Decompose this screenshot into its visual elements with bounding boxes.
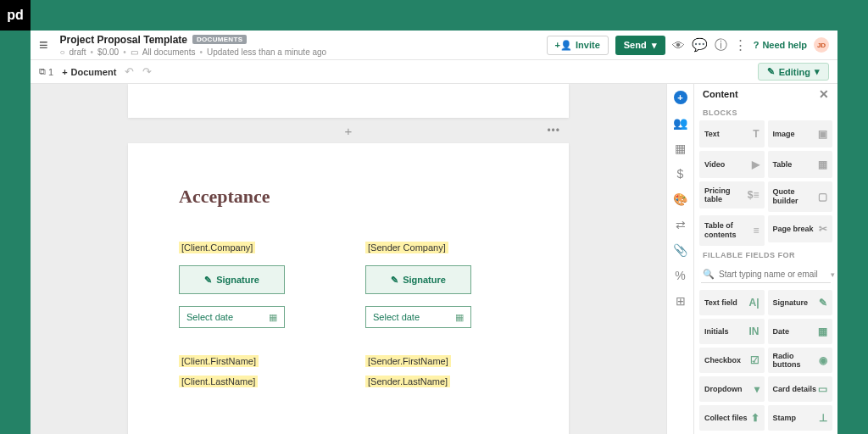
pencil-icon: ✎ (767, 66, 775, 77)
block-pricing-table[interactable]: Pricing table$≡ (699, 181, 765, 209)
comment-icon[interactable]: 💬 (692, 37, 708, 53)
pricing-icon[interactable]: $ (674, 167, 687, 181)
text-icon: T (753, 128, 759, 140)
percent-icon[interactable]: % (674, 269, 687, 282)
pricing-icon: $≡ (748, 189, 760, 201)
copy-icon: ⧉ (39, 66, 46, 77)
eye-icon[interactable]: 👁 (672, 38, 685, 53)
client-date-field[interactable]: Select date▦ (179, 306, 285, 328)
field-signature[interactable]: Signature✎ (768, 290, 833, 315)
need-help-link[interactable]: ?Need help (754, 40, 807, 50)
block-text[interactable]: TextT (699, 120, 765, 147)
meta-row: ○ draft • $0.00 • ▭ All documents • Upda… (60, 47, 540, 57)
previous-page-edge (128, 84, 569, 118)
sender-column: [Sender Company] ✎Signature Select date▦… (365, 242, 518, 387)
menu-icon[interactable]: ≡ (39, 36, 48, 54)
field-text[interactable]: Text fieldA| (699, 290, 765, 315)
main: +••• Acceptance [Client.Company] ✎Signat… (31, 84, 837, 434)
block-video[interactable]: Video▶ (699, 151, 765, 178)
recipient-search[interactable]: 🔍 ▾ (701, 266, 831, 283)
card-icon: ▭ (818, 383, 827, 395)
avatar[interactable]: JD (814, 37, 829, 53)
sender-firstname-token[interactable]: [Sender.FirstName] (365, 355, 451, 367)
caret-down-icon[interactable]: ▾ (831, 270, 835, 279)
quote-icon: ▢ (818, 191, 827, 203)
signature-icon: ✎ (819, 297, 827, 309)
info-icon[interactable]: ⓘ (715, 37, 727, 53)
field-checkbox[interactable]: Checkbox☑ (699, 348, 765, 373)
send-button[interactable]: Send▾ (615, 36, 665, 55)
client-signature-field[interactable]: ✎Signature (179, 265, 285, 294)
radio-icon: ◉ (819, 354, 827, 366)
design-icon[interactable]: 🎨 (674, 192, 687, 206)
more-icon[interactable]: ⋮ (734, 37, 747, 53)
signature-icon: ✎ (204, 275, 212, 286)
sender-lastname-token[interactable]: [Sender.LastName] (365, 376, 450, 387)
price-text: $0.00 (97, 47, 119, 57)
client-lastname-token[interactable]: [Client.LastName] (179, 376, 258, 387)
sender-company-token[interactable]: [Sender Company] (365, 242, 448, 253)
caret-down-icon: ▾ (652, 40, 657, 51)
apps-icon[interactable]: ▦ (674, 142, 687, 155)
blocks-label: BLOCKS (694, 103, 837, 120)
field-collect-files[interactable]: Collect files⬆ (699, 405, 765, 431)
initials-icon: IN (749, 326, 760, 337)
sender-date-field[interactable]: Select date▦ (365, 306, 471, 328)
close-icon[interactable]: ✕ (819, 87, 829, 101)
documents-badge: DOCUMENTS (192, 35, 247, 44)
page-break-icon: ✂ (819, 223, 827, 235)
canvas[interactable]: +••• Acceptance [Client.Company] ✎Signat… (31, 84, 666, 434)
undo-icon[interactable]: ↶ (125, 65, 134, 78)
translate-icon[interactable]: ⇄ (674, 218, 687, 231)
field-stamp[interactable]: Stamp⊥ (768, 405, 833, 431)
workflow-icon[interactable]: ⊞ (674, 294, 687, 308)
invite-button[interactable]: +👤Invite (547, 36, 609, 55)
upload-icon: ⬆ (751, 412, 760, 424)
sidebar-rail: + 👥 ▦ $ 🎨 ⇄ 📎 % ⊞ (666, 84, 693, 434)
block-table[interactable]: Table▦ (768, 151, 833, 178)
header-left: Project Proposal Template DOCUMENTS ○ dr… (60, 34, 540, 57)
search-icon: 🔍 (703, 269, 715, 280)
folder-name[interactable]: All documents (142, 47, 196, 57)
caret-down-icon: ▾ (815, 66, 820, 77)
recipients-icon[interactable]: 👥 (674, 116, 687, 130)
checkbox-icon: ☑ (750, 354, 760, 366)
field-initials[interactable]: InitialsIN (699, 319, 765, 344)
app-window: ≡ Project Proposal Template DOCUMENTS ○ … (31, 31, 837, 434)
content-tab-icon[interactable]: + (674, 91, 687, 104)
editing-mode-button[interactable]: ✎Editing▾ (758, 63, 829, 81)
block-image[interactable]: Image▣ (768, 120, 833, 147)
block-toc[interactable]: Table of contents≡ (699, 215, 765, 246)
recipient-search-input[interactable] (719, 270, 826, 279)
text-field-icon: A| (748, 297, 759, 309)
field-card[interactable]: Card details▭ (768, 376, 833, 402)
folder-icon: ▭ (131, 47, 138, 57)
redo-icon[interactable]: ↷ (142, 65, 152, 78)
updated-text: Updated less than a minute ago (207, 47, 326, 57)
content-panel: Content ✕ BLOCKS TextT Image▣ Video▶ Tab… (693, 84, 837, 434)
image-icon: ▣ (818, 128, 827, 140)
field-radio[interactable]: Radio buttons◉ (768, 348, 833, 373)
fields-label: FILLABLE FIELDS FOR (694, 246, 837, 263)
plus-icon: + (345, 124, 353, 138)
toolbar: ⧉1 +Document ↶ ↷ ✎Editing▾ (31, 60, 837, 84)
block-quote-builder[interactable]: Quote builder▢ (768, 181, 833, 212)
document-title[interactable]: Project Proposal Template (60, 34, 188, 46)
add-block-bar[interactable]: +••• (128, 118, 569, 143)
sender-signature-field[interactable]: ✎Signature (365, 265, 471, 294)
calendar-icon: ▦ (818, 326, 827, 337)
add-document-button[interactable]: +Document (62, 67, 116, 77)
field-date[interactable]: Date▦ (768, 319, 833, 344)
signature-icon: ✎ (391, 275, 398, 286)
field-dropdown[interactable]: Dropdown▾ (699, 376, 765, 402)
attachment-icon[interactable]: 📎 (674, 243, 687, 257)
client-company-token[interactable]: [Client.Company] (179, 242, 255, 253)
section-heading[interactable]: Acceptance (179, 186, 518, 208)
copy-count[interactable]: ⧉1 (39, 66, 53, 77)
plus-icon: + (62, 67, 67, 77)
block-page-break[interactable]: Page break✂ (768, 215, 833, 242)
page[interactable]: Acceptance [Client.Company] ✎Signature S… (128, 143, 569, 434)
client-firstname-token[interactable]: [Client.FirstName] (179, 355, 259, 367)
more-dots-icon[interactable]: ••• (547, 125, 560, 136)
person-add-icon: +👤 (555, 40, 572, 51)
